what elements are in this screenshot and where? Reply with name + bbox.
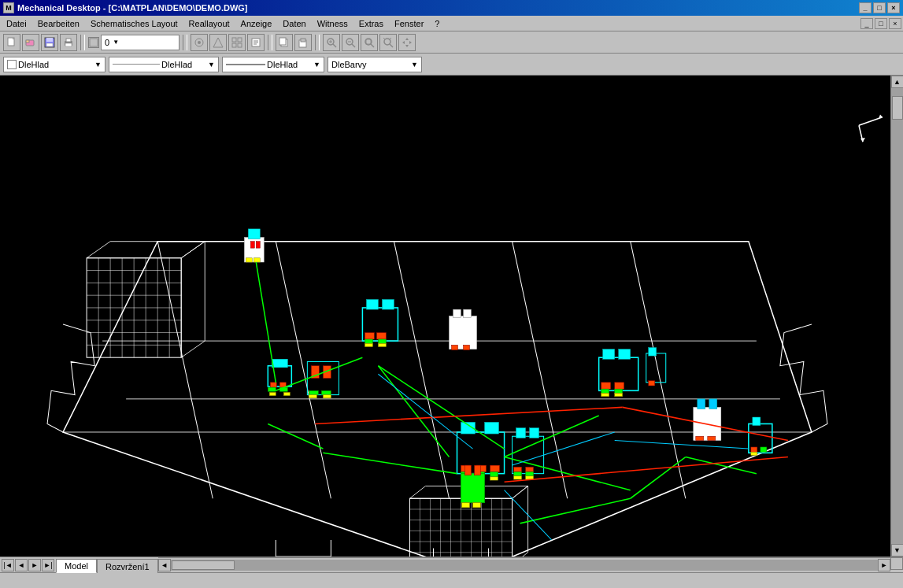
svg-rect-101 <box>450 316 477 349</box>
zoom-out-button[interactable] <box>342 34 359 51</box>
svg-rect-108 <box>619 349 631 360</box>
inner-minimize-button[interactable]: _ <box>860 18 873 29</box>
layer-name-1: DleHlad <box>18 60 49 69</box>
svg-rect-127 <box>751 452 757 455</box>
scroll-up-button[interactable]: ▲ <box>891 76 904 88</box>
lineweight-preview-1 <box>226 64 265 65</box>
svg-line-39 <box>390 38 391 39</box>
close-button[interactable]: × <box>887 2 900 13</box>
tab-bar: Model Rozvržení1 <box>56 557 158 573</box>
menu-fenster[interactable]: Fenster <box>390 17 428 30</box>
scroll-thumb-v[interactable] <box>892 96 903 120</box>
properties-button[interactable] <box>247 34 265 51</box>
tab-layout1[interactable]: Rozvržení1 <box>97 559 158 573</box>
scroll-track-v[interactable] <box>891 88 903 544</box>
svg-rect-72 <box>248 229 260 239</box>
svg-rect-126 <box>761 447 767 452</box>
svg-point-12 <box>198 41 201 44</box>
tab-first-button[interactable]: |◄ <box>2 559 14 571</box>
layer-linestyle-1[interactable]: DleHlad ▼ <box>109 57 219 72</box>
svg-rect-78 <box>272 359 287 368</box>
svg-rect-9 <box>65 43 72 46</box>
status-bar <box>0 572 903 588</box>
open-button[interactable] <box>22 34 39 51</box>
tab-model[interactable]: Model <box>56 559 97 573</box>
svg-rect-170 <box>473 503 481 508</box>
svg-rect-169 <box>462 503 470 508</box>
grid-button[interactable] <box>228 34 246 51</box>
separator-4 <box>315 35 320 50</box>
svg-rect-81 <box>268 387 276 391</box>
menu-datei[interactable]: Datei <box>2 17 31 30</box>
menu-help[interactable]: ? <box>430 17 444 30</box>
layer-color-1[interactable]: DleBarvy ▼ <box>328 57 422 72</box>
inner-close-button[interactable]: × <box>889 18 901 29</box>
scroll-left-button[interactable]: ◄ <box>158 559 171 571</box>
svg-line-34 <box>371 44 374 47</box>
tab-prev-button[interactable]: ◄ <box>15 559 28 571</box>
new-button[interactable] <box>3 34 20 51</box>
menu-bearbeiten[interactable]: Bearbeiten <box>33 17 84 30</box>
svg-rect-16 <box>232 43 236 47</box>
scroll-track-h[interactable] <box>171 560 878 571</box>
svg-rect-97 <box>365 339 372 343</box>
paste-button[interactable] <box>294 34 312 51</box>
svg-rect-90 <box>309 395 316 398</box>
separator-3 <box>268 35 272 50</box>
layer-selector-1[interactable]: DleHlad ▼ <box>3 57 105 72</box>
svg-rect-76 <box>254 258 260 262</box>
window-controls: _ □ × <box>859 2 900 13</box>
menu-bar: Datei Bearbeiten Schematisches Layout Re… <box>0 16 903 31</box>
cad-viewport[interactable] <box>0 76 890 557</box>
svg-rect-113 <box>601 393 609 396</box>
layer-checkbox-1[interactable] <box>7 60 17 69</box>
minimize-button[interactable]: _ <box>859 2 872 13</box>
svg-rect-100 <box>378 343 386 346</box>
scroll-thumb-h[interactable] <box>172 560 235 570</box>
tab-nav-buttons: |◄ ◄ ► ►| <box>0 557 56 572</box>
tab-last-button[interactable]: ►| <box>42 559 54 571</box>
svg-rect-120 <box>709 399 717 409</box>
vertical-scrollbar[interactable]: ▲ ▼ <box>890 76 903 557</box>
menu-reallayout[interactable]: Reallayout <box>184 17 235 30</box>
svg-rect-168 <box>475 465 481 475</box>
svg-rect-8 <box>66 39 71 42</box>
layer-toggle[interactable] <box>88 37 99 48</box>
svg-rect-147 <box>514 476 522 479</box>
separator-1 <box>80 35 85 50</box>
tab-next-button[interactable]: ► <box>28 559 41 571</box>
print-button[interactable] <box>60 34 77 51</box>
svg-line-27 <box>333 44 336 47</box>
svg-rect-96 <box>376 333 386 339</box>
svg-rect-143 <box>514 467 522 472</box>
svg-line-31 <box>352 44 355 47</box>
layer-dropdown[interactable]: 0 ▼ <box>101 35 179 50</box>
svg-rect-93 <box>366 299 378 309</box>
inner-restore-button[interactable]: □ <box>875 18 887 29</box>
maximize-button[interactable]: □ <box>873 2 886 13</box>
scroll-down-button[interactable]: ▼ <box>891 544 904 557</box>
layer-lineweight-1[interactable]: DleHlad ▼ <box>222 57 324 72</box>
zoom-in-button[interactable] <box>323 34 340 51</box>
zoom-extent-button[interactable] <box>379 34 397 51</box>
title-bar: M Mechanical Desktop - [C:\MATPLAN\DEMO\… <box>0 0 903 16</box>
svg-marker-13 <box>213 38 223 47</box>
main-toolbar: 0 ▼ <box>0 31 903 54</box>
save-button[interactable] <box>41 34 58 51</box>
layer-bar: DleHlad ▼ DleHlad ▼ DleHlad ▼ DleBarvy ▼ <box>0 54 903 76</box>
copy-button[interactable] <box>276 34 293 51</box>
layer-lineweight-1-arrow: ▼ <box>313 61 320 68</box>
snap-button[interactable] <box>209 34 227 51</box>
scroll-right-button[interactable]: ► <box>878 559 890 571</box>
svg-rect-110 <box>615 383 624 389</box>
menu-anzeige[interactable]: Anzeige <box>236 17 277 30</box>
pan-button[interactable] <box>398 34 416 51</box>
menu-witness[interactable]: Witness <box>313 17 353 30</box>
menu-extras[interactable]: Extras <box>354 17 388 30</box>
zoom-window-button[interactable] <box>361 34 378 51</box>
object-snap-button[interactable] <box>191 34 208 51</box>
menu-daten[interactable]: Daten <box>278 17 310 30</box>
app-icon: M <box>3 2 14 13</box>
menu-schematisches-layout[interactable]: Schematisches Layout <box>86 17 183 30</box>
svg-rect-44 <box>0 76 890 557</box>
